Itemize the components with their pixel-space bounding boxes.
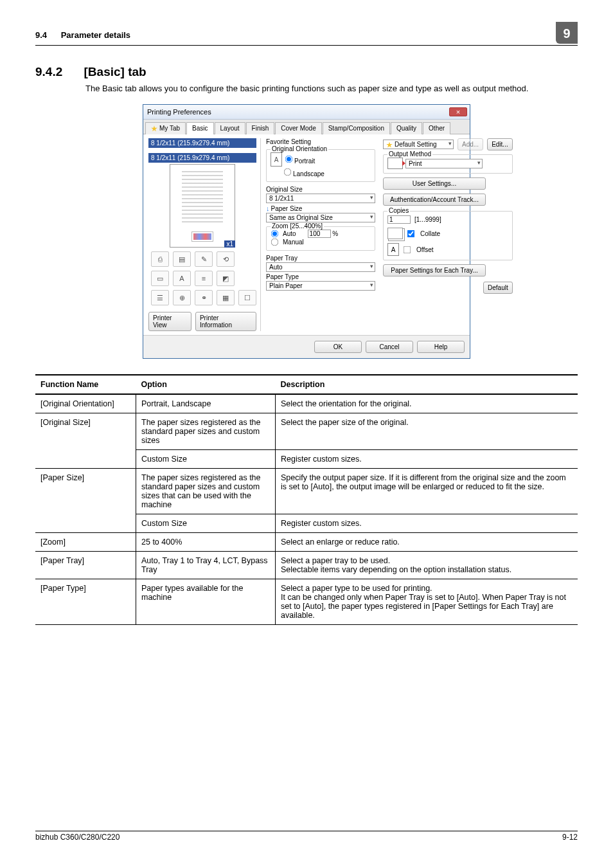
paper-size-combo[interactable]: Same as Original Size bbox=[266, 213, 375, 222]
paper-each-tray-button[interactable]: Paper Settings for Each Tray... bbox=[383, 264, 486, 276]
ok-button[interactable]: OK bbox=[314, 341, 362, 353]
add-button[interactable]: Add... bbox=[458, 138, 483, 150]
landscape-label: Landscape bbox=[293, 170, 324, 177]
zoom-group-label: Zoom [25...400%] bbox=[271, 222, 324, 230]
printer-view-button[interactable]: Printer View bbox=[148, 312, 191, 331]
page-corner-number: 9 bbox=[556, 22, 578, 44]
preview-size-1: 8 1/2x11 (215.9x279.4 mm) bbox=[148, 138, 256, 148]
favorite-setting-label: Favorite Setting bbox=[266, 138, 311, 145]
paper-size-label: Paper Size bbox=[271, 205, 303, 212]
paper-type-combo[interactable]: Plain Paper bbox=[266, 281, 375, 291]
table-row: [Paper Type] Paper types available for t… bbox=[35, 579, 578, 625]
table-row: [Paper Size] The paper sizes registered … bbox=[35, 469, 578, 514]
tool-icon-1[interactable]: ⎙ bbox=[151, 251, 169, 267]
zoom-auto-label: Auto bbox=[283, 230, 296, 237]
tab-layout[interactable]: Layout bbox=[215, 122, 245, 134]
dialog-titlebar: Printing Preferences × bbox=[143, 105, 470, 120]
reference-table: Function Name Option Description [Origin… bbox=[35, 374, 578, 625]
landscape-radio[interactable] bbox=[284, 168, 292, 176]
table-row: [Original Size] The paper sizes register… bbox=[35, 413, 578, 450]
tool-icon-2[interactable]: ▤ bbox=[173, 251, 191, 267]
user-settings-button[interactable]: User Settings... bbox=[383, 177, 486, 190]
paper-type-label: Paper Type bbox=[266, 273, 375, 280]
dialog-screenshot: Printing Preferences × My Tab Basic Layo… bbox=[35, 104, 578, 359]
output-method-label: Output Method bbox=[387, 150, 432, 158]
tab-mytab[interactable]: My Tab bbox=[145, 122, 186, 134]
tab-other[interactable]: Other bbox=[423, 122, 450, 134]
collate-label: Collate bbox=[420, 230, 440, 237]
section-intro: The Basic tab allows you to configure th… bbox=[85, 83, 578, 95]
tool-icon-11[interactable]: ⚭ bbox=[195, 290, 213, 305]
table-row: [Zoom] 25 to 400% Select an enlarge or r… bbox=[35, 533, 578, 552]
tool-icon-7[interactable]: ≡ bbox=[195, 271, 213, 286]
tool-icon-4[interactable]: ⟲ bbox=[217, 251, 235, 267]
copies-label: Copies bbox=[387, 207, 410, 214]
edit-button[interactable]: Edit... bbox=[487, 138, 513, 150]
dialog-title: Printing Preferences bbox=[147, 108, 211, 116]
copies-input[interactable]: 1 bbox=[387, 215, 411, 224]
tool-icon-13[interactable]: ☐ bbox=[238, 290, 256, 305]
copies-x1: x1 bbox=[224, 240, 235, 248]
th-function: Function Name bbox=[35, 375, 136, 394]
tool-icon-5[interactable]: ▭ bbox=[151, 271, 169, 286]
collate-icon bbox=[387, 228, 403, 239]
preview-paper: x1 bbox=[170, 164, 235, 248]
orientation-icon: A bbox=[271, 152, 282, 167]
tool-icon-12[interactable]: ▦ bbox=[217, 290, 235, 305]
tool-icon-6[interactable]: A bbox=[173, 271, 191, 286]
tool-icon-9[interactable]: ☰ bbox=[151, 290, 169, 305]
cancel-button[interactable]: Cancel bbox=[366, 341, 413, 353]
tool-icon-10[interactable]: ⊕ bbox=[173, 290, 191, 305]
th-description: Description bbox=[276, 375, 578, 394]
header-section-number: 9.4 bbox=[35, 30, 47, 40]
printer-icon bbox=[387, 158, 403, 169]
collate-checkbox[interactable] bbox=[407, 230, 415, 237]
tab-quality[interactable]: Quality bbox=[391, 122, 422, 134]
orig-size-combo[interactable]: 8 1/2x11 bbox=[266, 194, 375, 203]
table-row: [Paper Tray] Auto, Tray 1 to Tray 4, LCT… bbox=[35, 552, 578, 579]
tab-basic[interactable]: Basic bbox=[186, 122, 213, 134]
default-button[interactable]: Default bbox=[483, 282, 513, 294]
tool-icon-8[interactable]: ◩ bbox=[217, 271, 235, 286]
offset-label: Offset bbox=[416, 246, 434, 253]
zoom-manual-radio[interactable] bbox=[271, 239, 279, 246]
zoom-auto-radio[interactable] bbox=[271, 230, 279, 238]
orig-size-label: Original Size bbox=[266, 186, 375, 193]
tab-stamp[interactable]: Stamp/Composition bbox=[323, 122, 390, 134]
zoom-percent: % bbox=[332, 230, 338, 237]
default-setting-combo[interactable]: Default Setting bbox=[383, 140, 454, 149]
paper-tray-label: Paper Tray bbox=[266, 255, 375, 262]
down-arrow-icon: ↓ bbox=[266, 204, 270, 212]
printer-info-button[interactable]: Printer Information bbox=[195, 312, 256, 331]
portrait-radio[interactable] bbox=[285, 155, 293, 163]
paper-tray-combo[interactable]: Auto bbox=[266, 262, 375, 272]
preview-size-2: 8 1/2x11 (215.9x279.4 mm) bbox=[148, 153, 256, 163]
output-method-combo[interactable]: Print bbox=[405, 159, 483, 168]
portrait-label: Portrait bbox=[294, 158, 315, 165]
th-option: Option bbox=[136, 375, 276, 394]
orig-orient-label: Original Orientation bbox=[271, 145, 328, 152]
copies-range: [1...9999] bbox=[414, 216, 441, 223]
offset-icon: A bbox=[387, 243, 399, 256]
color-strip-icon bbox=[191, 231, 213, 242]
table-row: [Original Orientation] Portrait, Landsca… bbox=[35, 394, 578, 413]
offset-checkbox[interactable] bbox=[404, 246, 411, 253]
tool-icon-3[interactable]: ✎ bbox=[195, 251, 213, 267]
auth-track-button[interactable]: Authentication/Account Track... bbox=[383, 194, 486, 206]
section-title: [Basic] tab bbox=[84, 65, 147, 78]
tab-finish[interactable]: Finish bbox=[246, 122, 275, 134]
dialog-tabs: My Tab Basic Layout Finish Cover Mode St… bbox=[143, 120, 470, 134]
header-section-title: Parameter details bbox=[61, 30, 130, 40]
footer-model: bizhub C360/C280/C220 bbox=[35, 833, 120, 842]
zoom-value[interactable]: 100 bbox=[308, 230, 331, 238]
zoom-manual-label: Manual bbox=[283, 239, 304, 246]
section-number: 9.4.2 bbox=[35, 65, 62, 78]
close-icon[interactable]: × bbox=[449, 107, 467, 116]
footer-page: 9-12 bbox=[562, 833, 578, 842]
tab-covermode[interactable]: Cover Mode bbox=[275, 122, 321, 134]
help-button[interactable]: Help bbox=[417, 341, 465, 353]
